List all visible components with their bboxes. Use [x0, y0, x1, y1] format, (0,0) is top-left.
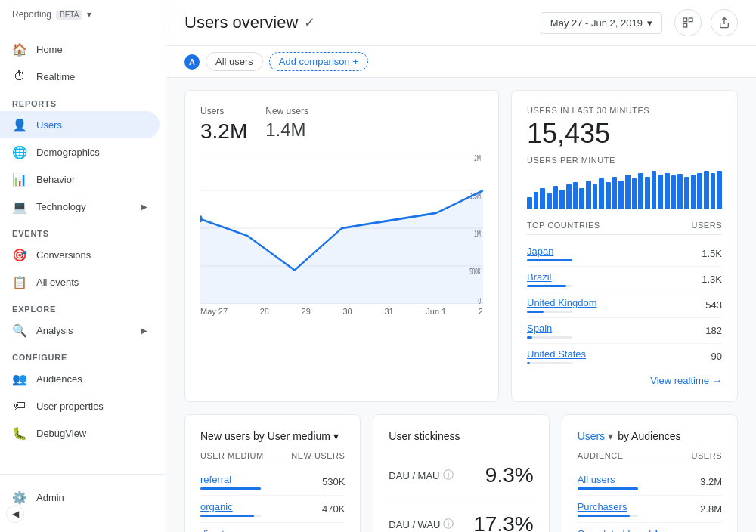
sidebar-footer[interactable]: ⚙️ Admin — [0, 474, 166, 520]
country-name[interactable]: Brazil — [527, 271, 552, 283]
tag-icon: 🏷 — [12, 398, 27, 413]
realtime-bar — [573, 182, 578, 209]
country-value: 543 — [705, 299, 722, 311]
sidebar-item-user-properties[interactable]: 🏷 User properties — [0, 392, 160, 419]
country-name[interactable]: United States — [527, 348, 586, 360]
sidebar-item-audiences[interactable]: 👥 Audiences — [0, 365, 160, 392]
country-bar — [527, 285, 566, 287]
medium-label[interactable]: referral — [200, 474, 231, 485]
sidebar-item-conversions[interactable]: 🎯 Conversions — [0, 241, 160, 268]
svg-rect-2 — [683, 23, 687, 27]
countries-header: TOP COUNTRIES USERS — [527, 221, 722, 235]
country-bar-container — [527, 362, 572, 364]
info-icon[interactable]: ⓘ — [443, 518, 454, 531]
realtime-card: USERS IN LAST 30 MINUTES 15,435 USERS PE… — [511, 90, 738, 402]
sidebar-item-label: DebugView — [36, 428, 86, 439]
dropdown-icon[interactable]: ▾ — [87, 9, 91, 20]
realtime-bar — [665, 173, 670, 209]
audience-label[interactable]: Purchasers — [578, 501, 627, 512]
row-bar — [200, 487, 261, 490]
country-value: 1.3K — [702, 274, 722, 285]
globe-icon: 🌐 — [12, 144, 27, 159]
x-label: Jun 1 — [426, 307, 446, 316]
chart-icon: 📊 — [12, 172, 27, 187]
clock-icon: ⏱ — [12, 69, 27, 84]
sidebar-item-label: Analysis — [36, 325, 73, 336]
sidebar-item-label: All events — [36, 277, 79, 288]
sidebar-item-demographics[interactable]: 🌐 Demographics — [0, 138, 160, 165]
svg-rect-0 — [683, 18, 687, 22]
sidebar-item-analysis[interactable]: 🔍 Analysis ▶ — [0, 317, 160, 344]
countries-header-left: TOP COUNTRIES — [527, 221, 600, 230]
section-events: EVENTS — [0, 220, 166, 241]
add-comparison-button[interactable]: Add comparison + — [269, 52, 369, 71]
toolbar-icons — [674, 9, 738, 36]
view-realtime-link[interactable]: View realtime → — [527, 375, 722, 386]
country-bar — [527, 362, 530, 364]
section-reports: REPORTS — [0, 90, 166, 111]
users-metric: Users 3.2M — [200, 106, 247, 144]
row-2: New users by User medium ▾ USER MEDIUM N… — [184, 414, 738, 532]
sidebar: Reporting BETA ▾ 🏠 Home ⏱ Realtime REPOR… — [0, 0, 166, 532]
audiences-title-dropdown[interactable]: ▾ — [608, 430, 613, 442]
table-row: direct 220K — [200, 523, 345, 532]
sidebar-item-debugview[interactable]: 🐛 DebugView — [0, 419, 160, 447]
export-button[interactable] — [711, 9, 738, 36]
people-icon: 👥 — [12, 371, 27, 386]
medium-label[interactable]: direct — [200, 528, 225, 532]
title-dropdown-icon[interactable]: ▾ — [333, 430, 339, 442]
share-icon — [682, 17, 694, 29]
sidebar-item-home[interactable]: 🏠 Home — [0, 36, 160, 63]
sidebar-item-behavior[interactable]: 📊 Behavior — [0, 165, 160, 193]
date-range-picker[interactable]: May 27 - Jun 2, 2019 ▾ — [541, 12, 662, 34]
new-users-metric: New users 1.4M — [265, 106, 308, 144]
sidebar-item-users[interactable]: 👤 Users — [0, 111, 160, 138]
country-bar-container — [527, 285, 572, 287]
stickiness-value: 9.3% — [485, 463, 534, 487]
medium-label[interactable]: organic — [200, 501, 233, 512]
collapse-button[interactable]: ◀ — [6, 505, 24, 523]
stickiness-value: 17.3% — [473, 512, 533, 532]
chart-fill — [200, 190, 483, 304]
row-bar-container — [200, 515, 261, 517]
country-row: Brazil 1.3K — [527, 267, 722, 292]
realtime-bar — [697, 173, 702, 209]
sidebar-item-label: Conversions — [36, 249, 91, 261]
realtime-bar — [684, 177, 689, 209]
share-report-button[interactable] — [674, 9, 702, 36]
audience-row: Purchasers 2.8M — [578, 496, 722, 523]
filter-bar: A All users Add comparison + — [166, 46, 756, 78]
audience-label[interactable]: Completed Level 1 — [578, 528, 659, 532]
sidebar-item-technology[interactable]: 💻 Technology ▶ — [0, 193, 160, 220]
list-icon: 📋 — [12, 274, 27, 289]
country-name[interactable]: Japan — [527, 246, 553, 257]
stickiness-metrics: DAU / MAU ⓘ 9.3% DAU / WAU ⓘ 17.3% WAU /… — [389, 451, 533, 532]
sidebar-item-realtime[interactable]: ⏱ Realtime — [0, 63, 160, 90]
sidebar-item-label: Technology — [36, 201, 86, 212]
sidebar-item-label: User properties — [36, 401, 104, 412]
country-row: United States 90 — [527, 344, 722, 369]
shield-icon: ✓ — [304, 14, 315, 31]
country-name[interactable]: Spain — [527, 323, 552, 334]
user-badge: A — [184, 54, 200, 70]
stickiness-metric: DAU / MAU ⓘ 9.3% — [389, 451, 533, 500]
realtime-bar — [540, 188, 545, 209]
realtime-bar — [691, 175, 696, 209]
realtime-bar-chart — [527, 171, 722, 209]
audiences-title-users[interactable]: Users — [578, 430, 606, 442]
realtime-bar — [618, 181, 624, 209]
target-icon: 🎯 — [12, 247, 27, 262]
country-name[interactable]: United Kingdom — [527, 297, 597, 308]
audience-label[interactable]: All users — [578, 474, 615, 485]
realtime-bar — [566, 184, 572, 209]
realtime-bar — [638, 173, 643, 209]
audience-bar-container — [578, 515, 638, 517]
info-icon[interactable]: ⓘ — [443, 469, 454, 482]
all-users-filter[interactable]: All users — [206, 52, 263, 71]
admin-nav-item[interactable]: ⚙️ Admin — [12, 484, 153, 511]
realtime-bar — [671, 175, 677, 209]
countries-list: Japan 1.5K Brazil 1.3K United Kingdom 54… — [527, 241, 722, 369]
sidebar-item-all-events[interactable]: 📋 All events — [0, 268, 160, 295]
realtime-bar — [711, 173, 716, 209]
sidebar-item-label: Realtime — [36, 71, 75, 82]
